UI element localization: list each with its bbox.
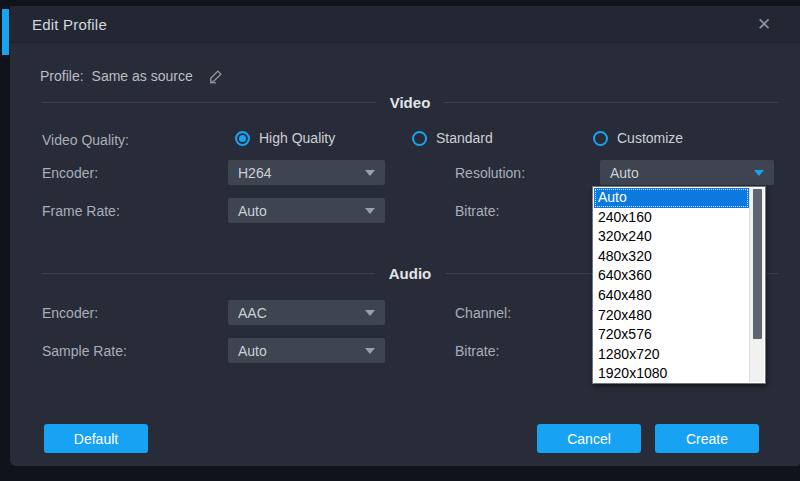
resolution-option[interactable]: 720x576 [594,325,749,345]
chevron-down-icon [365,348,375,354]
audio-section-title: Audio [389,265,432,282]
frame-rate-label: Frame Rate: [42,203,120,219]
audio-encoder-value: AAC [238,305,365,321]
channel-label: Channel: [455,305,511,321]
video-encoder-dropdown[interactable]: H264 [228,160,385,185]
radio-unselected-icon [412,131,427,146]
resolution-label: Resolution: [455,165,525,181]
video-section-title: Video [390,94,431,111]
list-scrollbar[interactable] [749,188,764,382]
radio-standard[interactable]: Standard [412,130,493,146]
resolution-option[interactable]: 1920x1080 [594,364,749,384]
close-icon[interactable]: ✕ [752,13,776,37]
video-encoder-label: Encoder: [42,165,98,181]
video-quality-label: Video Quality: [42,132,129,148]
radio-high-quality[interactable]: High Quality [235,130,335,146]
video-encoder-value: H264 [238,165,365,181]
resolution-option[interactable]: 640x480 [594,286,749,306]
radio-customize[interactable]: Customize [593,130,683,146]
radio-label: High Quality [259,130,335,146]
cancel-button[interactable]: Cancel [537,424,641,453]
chevron-down-icon [365,208,375,214]
edit-pencil-icon[interactable] [207,67,225,85]
profile-value: Same as source [92,68,193,84]
chevron-down-icon [754,170,764,176]
frame-rate-dropdown[interactable]: Auto [228,198,385,223]
resolution-options: Auto 240x160 320x240 480x320 640x360 640… [594,188,749,382]
resolution-value: Auto [610,165,754,181]
video-bitrate-label: Bitrate: [455,203,499,219]
scrollbar-thumb[interactable] [753,189,762,339]
create-button[interactable]: Create [655,424,759,453]
audio-bitrate-label: Bitrate: [455,343,499,359]
resolution-option[interactable]: 240x160 [594,208,749,228]
dialog-title: Edit Profile [32,16,107,33]
sample-rate-label: Sample Rate: [42,343,127,359]
blue-accent-bar [2,9,9,55]
resolution-option[interactable]: 720x480 [594,306,749,326]
audio-encoder-dropdown[interactable]: AAC [228,300,385,325]
radio-label: Customize [617,130,683,146]
frame-rate-value: Auto [238,203,365,219]
screen: Edit Profile ✕ Profile: Same as source V… [0,0,800,481]
default-button[interactable]: Default [44,424,148,453]
divider [444,102,778,103]
chevron-down-icon [365,170,375,176]
sample-rate-dropdown[interactable]: Auto [228,338,385,363]
dialog-titlebar: Edit Profile ✕ [10,6,800,43]
resolution-dropdown[interactable]: Auto [600,160,774,185]
radio-selected-icon [235,131,250,146]
profile-label: Profile: [40,68,84,84]
resolution-option[interactable]: 480x320 [594,247,749,267]
radio-label: Standard [436,130,493,146]
resolution-option-list: Auto 240x160 320x240 480x320 640x360 640… [592,186,766,384]
resolution-option[interactable]: 1280x720 [594,345,749,365]
resolution-option[interactable]: Auto [594,188,749,208]
resolution-option[interactable]: 320x240 [594,227,749,247]
audio-encoder-label: Encoder: [42,305,98,321]
sample-rate-value: Auto [238,343,365,359]
divider [42,273,375,274]
divider [42,102,376,103]
radio-unselected-icon [593,131,608,146]
resolution-option[interactable]: 640x360 [594,266,749,286]
profile-row: Profile: Same as source [40,67,225,85]
video-section-header: Video [42,94,778,111]
chevron-down-icon [365,310,375,316]
